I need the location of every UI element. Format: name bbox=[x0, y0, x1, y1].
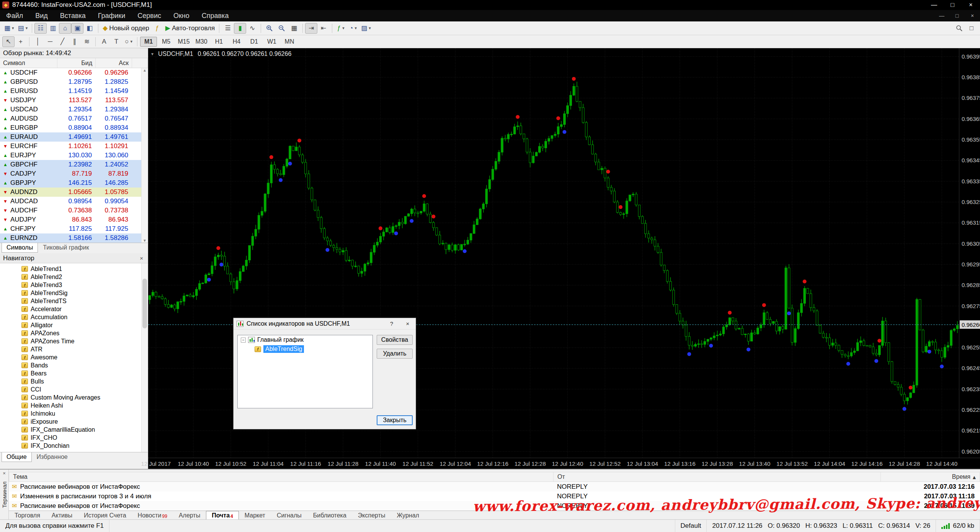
market-row-CADJPY[interactable]: ▼CADJPY87.71987.819 bbox=[0, 169, 148, 178]
strategy-tester-button[interactable]: ◧ bbox=[83, 23, 96, 34]
terminal-tab-Маркет[interactable]: Маркет bbox=[239, 511, 271, 520]
navigator-scrollbar[interactable] bbox=[141, 263, 148, 452]
tree-child-row[interactable]: f AbleTrendSig bbox=[238, 344, 372, 354]
chat-button[interactable]: □ bbox=[965, 23, 978, 34]
menu-item-3[interactable]: Графики bbox=[92, 10, 132, 21]
market-row-AUDNZD[interactable]: ▼AUDNZD1.056651.05785 bbox=[0, 188, 148, 197]
timeframe-W1[interactable]: W1 bbox=[263, 37, 280, 47]
market-row-USDCAD[interactable]: ▲USDCAD1.293541.29384 bbox=[0, 105, 148, 114]
navigator-item-AbleTrendTS[interactable]: fAbleTrendTS bbox=[0, 297, 148, 305]
navigator-item-Custom-Moving-Averages[interactable]: fCustom Moving Averages bbox=[0, 393, 148, 401]
timeframe-M15[interactable]: M15 bbox=[175, 37, 192, 47]
timeframe-H4[interactable]: H4 bbox=[228, 37, 245, 47]
tab-favorites[interactable]: Избранное bbox=[32, 452, 73, 462]
bar-chart-button[interactable]: ☰ bbox=[222, 23, 234, 34]
close-dialog-button[interactable]: Закрыть bbox=[377, 415, 413, 425]
timeframe-MN[interactable]: MN bbox=[281, 37, 298, 47]
indicators-button[interactable]: ƒ▾ bbox=[335, 23, 347, 34]
timeframe-H1[interactable]: H1 bbox=[211, 37, 227, 47]
new-chart-button[interactable]: ▦▾ bbox=[2, 23, 16, 34]
terminal-tab-Эксперты[interactable]: Эксперты bbox=[352, 511, 391, 520]
menu-item-0[interactable]: Файл bbox=[0, 10, 29, 21]
navigator-item-ATR[interactable]: fATR bbox=[0, 345, 148, 353]
templates-button[interactable]: ▨▾ bbox=[359, 23, 373, 34]
trendline-tool-button[interactable]: ╱ bbox=[56, 36, 69, 47]
column-symbol[interactable]: Символ bbox=[0, 58, 57, 68]
periods-button[interactable]: ◔▾ bbox=[347, 23, 359, 34]
navigator-item-APAZones[interactable]: fAPAZones bbox=[0, 329, 148, 337]
market-row-GBPJPY[interactable]: ▲GBPJPY146.215146.285 bbox=[0, 178, 148, 188]
fibonacci-tool-button[interactable]: ≋ bbox=[81, 36, 93, 47]
terminal-close-icon[interactable]: × bbox=[3, 470, 6, 476]
channel-tool-button[interactable]: ∥ bbox=[69, 36, 81, 47]
market-row-EURUSD[interactable]: ▲EURUSD1.145191.14549 bbox=[0, 86, 148, 96]
label-tool-button[interactable]: T bbox=[110, 36, 122, 47]
candlestick-chart-button[interactable]: ▮ bbox=[234, 23, 246, 34]
auto-trading-button[interactable]: ▶Авто-торговля bbox=[163, 23, 217, 34]
dialog-close-button[interactable]: × bbox=[401, 319, 414, 329]
tree-expander-icon[interactable]: − bbox=[241, 338, 246, 343]
tab-symbols[interactable]: Символы bbox=[2, 243, 38, 253]
market-watch-button[interactable]: ☷ bbox=[34, 23, 47, 34]
market-row-AUDJPY[interactable]: ▼AUDJPY86.84386.943 bbox=[0, 215, 148, 224]
timeframe-M30[interactable]: M30 bbox=[193, 37, 210, 47]
terminal-tab-Алерты[interactable]: Алерты bbox=[173, 511, 206, 520]
text-tool-button[interactable]: A bbox=[98, 36, 110, 47]
navigator-item-Ichimoku[interactable]: fIchimoku bbox=[0, 410, 148, 418]
navigator-item-Bands[interactable]: fBands bbox=[0, 361, 148, 369]
column-bid[interactable]: Бид bbox=[57, 58, 96, 68]
terminal-tab-Почта[interactable]: Почта4 bbox=[206, 511, 239, 520]
scroll-up-icon[interactable]: ▲ bbox=[143, 68, 147, 72]
search-button[interactable] bbox=[953, 23, 965, 34]
shapes-tool-button[interactable]: ○▾ bbox=[122, 36, 135, 47]
market-row-USDJPY[interactable]: ▼USDJPY113.527113.557 bbox=[0, 96, 148, 105]
line-chart-button[interactable]: ∿ bbox=[246, 23, 258, 34]
navigator-item-Accelerator[interactable]: fAccelerator bbox=[0, 305, 148, 313]
scroll-down-icon[interactable]: ▼ bbox=[143, 238, 147, 243]
market-row-EURJPY[interactable]: ▲EURJPY130.030130.060 bbox=[0, 151, 148, 160]
zoom-out-button[interactable] bbox=[276, 23, 288, 34]
terminal-tab-Активы[interactable]: Активы bbox=[46, 511, 78, 520]
navigator-item-iExposure[interactable]: fiExposure bbox=[0, 418, 148, 426]
terminal-tab-Библиотека[interactable]: Библиотека bbox=[307, 511, 352, 520]
zoom-in-button[interactable] bbox=[263, 23, 276, 34]
navigator-item-APAZones-Time[interactable]: fAPAZones Time bbox=[0, 337, 148, 345]
terminal-tab-Журнал[interactable]: Журнал bbox=[391, 511, 425, 520]
menu-item-2[interactable]: Вставка bbox=[54, 10, 92, 21]
menu-item-4[interactable]: Сервис bbox=[131, 10, 167, 21]
navigator-item-IFX_CHO[interactable]: fIFX_CHO bbox=[0, 434, 148, 442]
chart-close-button[interactable]: × bbox=[965, 11, 980, 21]
data-window-button[interactable]: ▥ bbox=[47, 23, 59, 34]
mail-column-time[interactable]: Время▴ bbox=[881, 472, 980, 481]
menu-item-1[interactable]: Вид bbox=[29, 10, 54, 21]
auto-scroll-button[interactable]: ⇥ bbox=[305, 23, 317, 34]
navigator-item-AbleTrend3[interactable]: fAbleTrend3 bbox=[0, 281, 148, 289]
navigator-item-Alligator[interactable]: fAlligator bbox=[0, 321, 148, 329]
navigator-item-AbleTrend1[interactable]: fAbleTrend1 bbox=[0, 265, 148, 273]
menu-item-5[interactable]: Окно bbox=[167, 10, 196, 21]
navigator-item-Bears[interactable]: fBears bbox=[0, 369, 148, 377]
market-row-GBPUSD[interactable]: ▲GBPUSD1.287951.28825 bbox=[0, 77, 148, 86]
properties-button[interactable]: Свойства bbox=[377, 335, 413, 345]
price-axis[interactable]: 0.963950.963850.963750.963650.963550.963… bbox=[959, 48, 980, 458]
market-row-EURCHF[interactable]: ▼EURCHF1.102611.10291 bbox=[0, 142, 148, 151]
navigator-item-IFX_Donchian[interactable]: fIFX_Donchian bbox=[0, 442, 148, 450]
new-order-button[interactable]: ◆Новый ордер bbox=[101, 23, 151, 34]
chart-minimize-button[interactable]: — bbox=[934, 11, 949, 21]
indicators-listbox[interactable]: − Главный график f AbleTrendSig bbox=[237, 335, 373, 408]
navigator-close-icon[interactable]: × bbox=[138, 255, 145, 261]
terminal-tab-История-Счета[interactable]: История Счета bbox=[78, 511, 132, 520]
delete-button[interactable]: Удалить bbox=[377, 349, 413, 359]
market-row-EURAUD[interactable]: ▲EURAUD1.496911.49761 bbox=[0, 132, 148, 142]
tab-tick-chart[interactable]: Тиковый график bbox=[38, 243, 94, 253]
market-row-USDCHF[interactable]: ▲USDCHF0.962660.96296 bbox=[0, 68, 148, 77]
horizontal-line-tool-button[interactable]: ─ bbox=[44, 36, 56, 47]
market-watch-scrollbar[interactable]: ▲ ▼ bbox=[141, 68, 148, 243]
market-row-EURGBP[interactable]: ▲EURGBP0.889040.88934 bbox=[0, 123, 148, 132]
profiles-button[interactable]: ▤▾ bbox=[16, 23, 30, 34]
navigator-item-Heiken-Ashi[interactable]: fHeiken Ashi bbox=[0, 401, 148, 410]
chart-restore-button[interactable]: □ bbox=[949, 11, 965, 21]
window-minimize-button[interactable]: — bbox=[925, 0, 943, 10]
vertical-line-tool-button[interactable]: │ bbox=[32, 36, 44, 47]
time-axis[interactable]: 12 Jul 201712 Jul 10:4012 Jul 10:5212 Ju… bbox=[148, 458, 980, 469]
